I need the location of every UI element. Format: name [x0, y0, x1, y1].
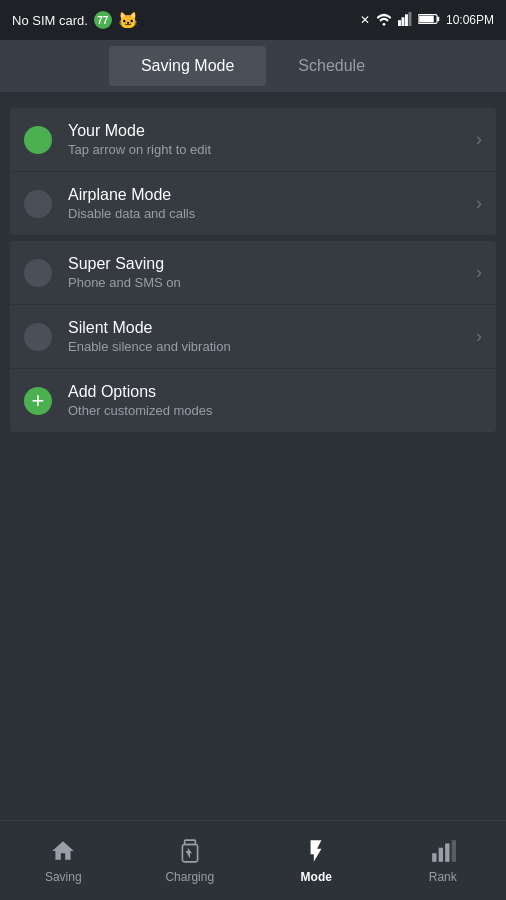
svg-rect-7 — [419, 15, 434, 22]
mode-group-1: Your Mode Tap arrow on right to edit › A… — [10, 108, 496, 235]
silent-mode-text: Silent Mode Enable silence and vibration — [68, 319, 468, 354]
your-mode-indicator — [24, 126, 52, 154]
add-options-indicator: + — [24, 387, 52, 415]
super-saving-chevron: › — [476, 262, 482, 283]
svg-rect-3 — [405, 14, 408, 26]
silent-mode-item[interactable]: Silent Mode Enable silence and vibration… — [10, 305, 496, 369]
svg-rect-12 — [445, 843, 449, 861]
super-saving-indicator — [24, 259, 52, 287]
nav-item-saving[interactable]: Saving — [0, 828, 127, 894]
tab-schedule[interactable]: Schedule — [266, 46, 397, 86]
airplane-mode-subtitle: Disable data and calls — [68, 206, 468, 221]
silent-mode-title: Silent Mode — [68, 319, 468, 337]
tab-saving-mode-label: Saving Mode — [141, 57, 234, 75]
time-display: 10:06PM — [446, 13, 494, 27]
bottom-nav: Saving Charging Mode Rank — [0, 820, 506, 900]
svg-rect-6 — [437, 16, 439, 20]
svg-rect-13 — [451, 840, 455, 862]
airplane-mode-text: Airplane Mode Disable data and calls — [68, 186, 468, 221]
airplane-mode-chevron: › — [476, 193, 482, 214]
main-content: Your Mode Tap arrow on right to edit › A… — [0, 92, 506, 448]
nav-item-rank[interactable]: Rank — [380, 828, 507, 894]
nav-item-charging[interactable]: Charging — [127, 828, 254, 894]
super-saving-text: Super Saving Phone and SMS on — [68, 255, 468, 290]
silent-mode-chevron: › — [476, 326, 482, 347]
your-mode-item[interactable]: Your Mode Tap arrow on right to edit › — [10, 108, 496, 172]
super-saving-subtitle: Phone and SMS on — [68, 275, 468, 290]
mode-group-2: Super Saving Phone and SMS on › Silent M… — [10, 241, 496, 432]
nav-mode-label: Mode — [301, 870, 332, 884]
your-mode-text: Your Mode Tap arrow on right to edit — [68, 122, 468, 157]
airplane-mode-item[interactable]: Airplane Mode Disable data and calls › — [10, 172, 496, 235]
super-saving-item[interactable]: Super Saving Phone and SMS on › — [10, 241, 496, 305]
your-mode-chevron: › — [476, 129, 482, 150]
nav-item-mode[interactable]: Mode — [253, 828, 380, 894]
battery-icon — [418, 13, 440, 28]
wifi-icon — [376, 12, 392, 29]
cat-icon: 🐱 — [118, 11, 138, 30]
nav-saving-label: Saving — [45, 870, 82, 884]
status-bar: No SIM card. 77 🐱 ✕ — [0, 0, 506, 40]
svg-rect-2 — [401, 17, 404, 26]
airplane-mode-title: Airplane Mode — [68, 186, 468, 204]
no-signal-icon: ✕ — [360, 13, 370, 27]
battery-app-badge: 77 — [94, 11, 112, 29]
svg-point-0 — [383, 23, 386, 26]
add-options-title: Add Options — [68, 383, 482, 401]
tab-saving-mode[interactable]: Saving Mode — [109, 46, 266, 86]
status-right: ✕ 10:06PM — [360, 12, 494, 29]
charging-icon — [177, 838, 203, 864]
your-mode-subtitle: Tap arrow on right to edit — [68, 142, 468, 157]
add-options-subtitle: Other customized modes — [68, 403, 482, 418]
silent-mode-subtitle: Enable silence and vibration — [68, 339, 468, 354]
svg-rect-4 — [408, 12, 411, 26]
signal-bars-icon — [398, 12, 412, 29]
add-options-text: Add Options Other customized modes — [68, 383, 482, 418]
add-options-item[interactable]: + Add Options Other customized modes — [10, 369, 496, 432]
rank-icon — [430, 838, 456, 864]
svg-rect-1 — [398, 20, 401, 26]
airplane-mode-indicator — [24, 190, 52, 218]
tab-schedule-label: Schedule — [298, 57, 365, 75]
nav-rank-label: Rank — [429, 870, 457, 884]
home-icon — [50, 838, 76, 864]
plus-icon: + — [32, 388, 45, 414]
super-saving-title: Super Saving — [68, 255, 468, 273]
silent-mode-indicator — [24, 323, 52, 351]
no-sim-text: No SIM card. — [12, 13, 88, 28]
bolt-icon — [303, 838, 329, 864]
tab-bar: Saving Mode Schedule — [0, 40, 506, 92]
svg-rect-10 — [432, 853, 436, 862]
status-left: No SIM card. 77 🐱 — [12, 11, 138, 30]
svg-rect-11 — [438, 847, 442, 861]
your-mode-title: Your Mode — [68, 122, 468, 140]
nav-charging-label: Charging — [165, 870, 214, 884]
